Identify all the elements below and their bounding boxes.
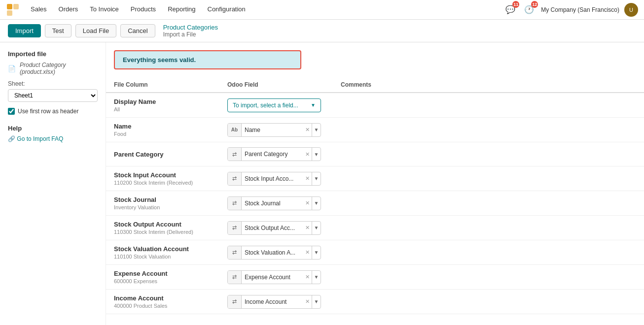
breadcrumb-link[interactable]: Product Categories (163, 24, 218, 31)
field-name: Parent Category (114, 151, 212, 158)
nav-sales[interactable]: Sales (25, 0, 53, 20)
field-dropdown-icon[interactable]: ▼ (312, 123, 321, 137)
nav-reporting[interactable]: Reporting (162, 0, 201, 20)
file-icon: 📄 (8, 65, 16, 72)
file-column-cell: Parent Category (106, 142, 219, 166)
help-link[interactable]: 🔗 Go to Import FAQ (8, 135, 63, 142)
field-sub: 110300 Stock Interim (Delivered) (114, 229, 212, 235)
field-sub: 110200 Stock Interim (Received) (114, 180, 212, 186)
sheet-select[interactable]: Sheet1 (8, 89, 98, 102)
col-header-odoo: Odoo Field (219, 77, 333, 93)
odoo-column-cell: To import, select a field... ▼ (219, 93, 333, 118)
field-sub: 600000 Expenses (114, 278, 212, 284)
activities-button[interactable]: 🕐 12 (522, 3, 536, 17)
field-sub: 400000 Product Sales (114, 303, 212, 309)
table-row: Stock Valuation Account 110100 Stock Val… (106, 240, 644, 265)
import-button[interactable]: Import (8, 24, 41, 37)
table-row: Income Account 400000 Product Sales ⇄ In… (106, 290, 644, 314)
field-name: Stock Journal (114, 196, 212, 203)
odoo-column-cell: Ab Name ✕ ▼ (219, 118, 333, 142)
field-sub: 110100 Stock Valuation (114, 254, 212, 260)
odoo-field-wrapper: ⇄ Stock Output Acc... ✕ ▼ (227, 221, 321, 235)
odoo-field-text: Stock Output Acc... (242, 225, 303, 231)
field-name: Stock Input Account (114, 171, 212, 179)
nav-products[interactable]: Products (125, 0, 162, 20)
messages-button[interactable]: 💬 11 (503, 3, 517, 17)
odoo-column-cell: ⇄ Stock Journal ✕ ▼ (219, 191, 333, 216)
field-dropdown-icon[interactable]: ▼ (312, 246, 321, 260)
sidebar: Imported file 📄 Product Category (produc… (0, 42, 106, 325)
svg-rect-0 (7, 4, 12, 9)
file-column-cell: Stock Journal Inventory Valuation (106, 191, 219, 216)
main-layout: Imported file 📄 Product Category (produc… (0, 42, 644, 325)
odoo-field-wrapper: ⇄ Stock Journal ✕ ▼ (227, 196, 321, 210)
odoo-field-wrapper: Ab Name ✕ ▼ (227, 123, 321, 137)
field-type-icon: ⇄ (228, 147, 242, 161)
field-name: Expense Account (114, 270, 212, 277)
company-name[interactable]: My Company (San Francisco) (541, 6, 619, 13)
field-dropdown-icon[interactable]: ▼ (312, 196, 321, 210)
file-column-cell: Stock Output Account 110300 Stock Interi… (106, 216, 219, 240)
file-column-cell: Stock Valuation Account 110100 Stock Val… (106, 240, 219, 265)
comments-column-cell (333, 166, 644, 191)
header-checkbox[interactable] (8, 108, 15, 115)
svg-rect-1 (13, 4, 19, 9)
field-name: Display Name (114, 98, 212, 105)
col-header-comments: Comments (333, 77, 644, 93)
clear-field-btn[interactable]: ✕ (303, 221, 312, 235)
odoo-field-text: Expense Account (242, 274, 303, 281)
nav-orders[interactable]: Orders (53, 0, 84, 20)
comments-column-cell (333, 265, 644, 290)
breadcrumb-sub: Import a File (163, 31, 218, 38)
clear-field-btn[interactable]: ✕ (303, 172, 312, 186)
field-dropdown-icon[interactable]: ▼ (312, 172, 321, 186)
help-link-text: Go to Import FAQ (17, 135, 63, 142)
clear-field-btn[interactable]: ✕ (303, 246, 312, 260)
odoo-field-text: Income Account (242, 298, 303, 305)
load-file-button[interactable]: Load File (75, 24, 116, 37)
help-title: Help (8, 125, 98, 132)
filename: Product Category (product.xlsx) (20, 62, 98, 75)
field-sub: All (114, 106, 212, 112)
clear-field-btn[interactable]: ✕ (303, 295, 312, 309)
comments-column-cell (333, 118, 644, 142)
user-avatar[interactable]: U (624, 3, 638, 17)
file-column-cell: Name Food (106, 118, 219, 142)
table-row: Stock Input Account 110200 Stock Interim… (106, 166, 644, 191)
mapping-table: File Column Odoo Field Comments Display … (106, 77, 644, 314)
select-field-text: To import, select a field... (233, 102, 309, 109)
nav-configuration[interactable]: Configuration (202, 0, 251, 20)
field-dropdown-icon[interactable]: ▼ (312, 270, 321, 284)
success-banner: Everything seems valid. (114, 50, 301, 69)
table-row: Expense Account 600000 Expenses ⇄ Expens… (106, 265, 644, 290)
odoo-field-text: Stock Valuation A... (242, 249, 303, 256)
dropdown-arrow-icon: ▼ (311, 102, 316, 108)
breadcrumb: Product Categories Import a File (163, 24, 218, 38)
comments-column-cell (333, 142, 644, 166)
file-column-cell: Income Account 400000 Product Sales (106, 290, 219, 314)
odoo-column-cell: ⇄ Parent Category ✕ ▼ (219, 142, 333, 166)
cancel-button[interactable]: Cancel (120, 24, 155, 37)
comments-column-cell (333, 290, 644, 314)
field-dropdown-icon[interactable]: ▼ (312, 147, 321, 161)
select-field-btn[interactable]: To import, select a field... ▼ (227, 98, 321, 112)
clear-field-btn[interactable]: ✕ (303, 196, 312, 210)
field-name: Name (114, 123, 212, 130)
field-name: Income Account (114, 294, 212, 302)
table-row: Display Name All To import, select a fie… (106, 93, 644, 118)
table-row: Stock Journal Inventory Valuation ⇄ Stoc… (106, 191, 644, 216)
content: Everything seems valid. File Column Odoo… (106, 42, 644, 325)
clear-field-btn[interactable]: ✕ (303, 147, 312, 161)
nav-to-invoice[interactable]: To Invoice (84, 0, 125, 20)
toolbar: Import Test Load File Cancel Product Cat… (0, 20, 644, 42)
comments-column-cell (333, 216, 644, 240)
field-dropdown-icon[interactable]: ▼ (312, 295, 321, 309)
clear-field-btn[interactable]: ✕ (303, 123, 312, 137)
test-button[interactable]: Test (45, 24, 72, 37)
file-column-cell: Display Name All (106, 93, 219, 118)
table-row: Name Food Ab Name ✕ ▼ (106, 118, 644, 142)
clear-field-btn[interactable]: ✕ (303, 270, 312, 284)
odoo-column-cell: ⇄ Income Account ✕ ▼ (219, 290, 333, 314)
field-dropdown-icon[interactable]: ▼ (312, 221, 321, 235)
field-type-icon: ⇄ (228, 221, 242, 235)
